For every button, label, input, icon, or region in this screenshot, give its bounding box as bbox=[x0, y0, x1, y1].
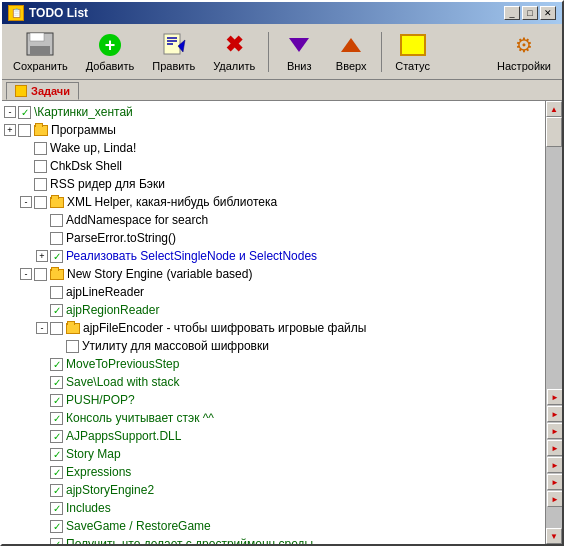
tree-checkbox[interactable]: ✓ bbox=[50, 484, 63, 497]
tree-item[interactable]: ✓ajpRegionReader bbox=[2, 301, 545, 319]
toolbar: Сохранить + Добавить Править ✖ bbox=[2, 24, 562, 80]
tree-checkbox[interactable] bbox=[50, 286, 63, 299]
tree-item[interactable]: ajpLineReader bbox=[2, 283, 545, 301]
tree-item[interactable]: -ajpFileEncoder - чтобы шифровать игровы… bbox=[2, 319, 545, 337]
tree-item-text: AddNamespace for search bbox=[66, 213, 208, 227]
tab-label: Задачи bbox=[31, 85, 70, 97]
tree-expander[interactable]: - bbox=[20, 196, 32, 208]
titlebar-controls[interactable]: _ □ ✕ bbox=[504, 6, 556, 20]
settings-button[interactable]: ⚙ Настройки bbox=[490, 29, 558, 75]
delete-icon: ✖ bbox=[218, 32, 250, 58]
tree-item[interactable]: ✓Includes bbox=[2, 499, 545, 517]
tree-checkbox[interactable] bbox=[34, 160, 47, 173]
status-button[interactable]: Статус bbox=[388, 29, 437, 75]
tree-checkbox[interactable] bbox=[50, 214, 63, 227]
tree-checkbox[interactable]: ✓ bbox=[50, 466, 63, 479]
right-arrow-7[interactable]: ► bbox=[547, 491, 562, 507]
edit-button[interactable]: Править bbox=[145, 29, 202, 75]
move-down-button[interactable]: Вниз bbox=[275, 29, 323, 75]
delete-button[interactable]: ✖ Удалить bbox=[206, 29, 262, 75]
tree-item[interactable]: -XML Helper, какая-нибудь библиотека bbox=[2, 193, 545, 211]
tree-item[interactable]: ✓PUSH/POP? bbox=[2, 391, 545, 409]
right-arrow-5[interactable]: ► bbox=[547, 457, 562, 473]
tree-item-text: XML Helper, какая-нибудь библиотека bbox=[67, 195, 277, 209]
titlebar: 📋 TODO List _ □ ✕ bbox=[2, 2, 562, 24]
tree-checkbox[interactable]: ✓ bbox=[50, 520, 63, 533]
close-button[interactable]: ✕ bbox=[540, 6, 556, 20]
move-up-button[interactable]: Вверх bbox=[327, 29, 375, 75]
tree-item[interactable]: ✓Save\Load with stack bbox=[2, 373, 545, 391]
add-button[interactable]: + Добавить bbox=[79, 29, 142, 75]
tree-item-text: Утилиту для массовой шифровки bbox=[82, 339, 269, 353]
tree-checkbox[interactable] bbox=[18, 124, 31, 137]
tree-item-text: MoveToPreviousStep bbox=[66, 357, 179, 371]
tree-item[interactable]: ✓Консоль учитывает стэк ^^ bbox=[2, 409, 545, 427]
tree-item[interactable]: ParseError.toString() bbox=[2, 229, 545, 247]
tabbar: Задачи bbox=[2, 80, 562, 100]
settings-label: Настройки bbox=[497, 60, 551, 72]
tree-item[interactable]: ✓Получить что делает с дрострийменн сред… bbox=[2, 535, 545, 544]
right-arrow-6[interactable]: ► bbox=[547, 474, 562, 490]
tree-item[interactable]: ✓Story Map bbox=[2, 445, 545, 463]
save-label: Сохранить bbox=[13, 60, 68, 72]
window-title: TODO List bbox=[29, 6, 88, 20]
tree-checkbox[interactable]: ✓ bbox=[50, 250, 63, 263]
tab-icon bbox=[15, 85, 27, 97]
scroll-up-btn[interactable]: ▲ bbox=[546, 101, 562, 117]
tree-item-text: Story Map bbox=[66, 447, 121, 461]
tree-item[interactable]: AddNamespace for search bbox=[2, 211, 545, 229]
tree-item[interactable]: -✓\Картинки_хентай bbox=[2, 103, 545, 121]
tree-item[interactable]: ✓SaveGame / RestoreGame bbox=[2, 517, 545, 535]
tree-item[interactable]: Wake up, Linda! bbox=[2, 139, 545, 157]
maximize-button[interactable]: □ bbox=[522, 6, 538, 20]
right-arrow-4[interactable]: ► bbox=[547, 440, 562, 456]
right-panel: ▲ ► ► ► ► ► ► ► ▼ bbox=[546, 101, 562, 544]
tree-item[interactable]: ✓AJPappsSupport.DLL bbox=[2, 427, 545, 445]
tree-expander[interactable]: - bbox=[20, 268, 32, 280]
up-icon bbox=[335, 32, 367, 58]
tree-checkbox[interactable]: ✓ bbox=[50, 502, 63, 515]
tree-view[interactable]: -✓\Картинки_хентай+ПрограммыWake up, Lin… bbox=[2, 101, 546, 544]
tree-checkbox[interactable] bbox=[50, 322, 63, 335]
tree-checkbox[interactable]: ✓ bbox=[50, 358, 63, 371]
tree-expander[interactable]: - bbox=[4, 106, 16, 118]
tree-checkbox[interactable] bbox=[34, 178, 47, 191]
tree-expander[interactable]: + bbox=[36, 250, 48, 262]
tree-checkbox[interactable] bbox=[50, 232, 63, 245]
tree-item[interactable]: ✓Expressions bbox=[2, 463, 545, 481]
tree-item-text: PUSH/POP? bbox=[66, 393, 135, 407]
tree-checkbox[interactable]: ✓ bbox=[50, 430, 63, 443]
tree-expander[interactable]: - bbox=[36, 322, 48, 334]
tree-checkbox[interactable]: ✓ bbox=[50, 376, 63, 389]
save-button[interactable]: Сохранить bbox=[6, 29, 75, 75]
tree-checkbox[interactable]: ✓ bbox=[18, 106, 31, 119]
right-arrow-2[interactable]: ► bbox=[547, 406, 562, 422]
tab-tasks[interactable]: Задачи bbox=[6, 82, 79, 100]
tree-checkbox[interactable]: ✓ bbox=[50, 448, 63, 461]
tree-expander[interactable]: + bbox=[4, 124, 16, 136]
tree-checkbox[interactable]: ✓ bbox=[50, 304, 63, 317]
tree-item[interactable]: Утилиту для массовой шифровки bbox=[2, 337, 545, 355]
titlebar-left: 📋 TODO List bbox=[8, 5, 88, 21]
right-arrow-3[interactable]: ► bbox=[547, 423, 562, 439]
tree-checkbox[interactable]: ✓ bbox=[50, 412, 63, 425]
add-icon: + bbox=[94, 32, 126, 58]
tree-item[interactable]: ✓ajpStoryEngine2 bbox=[2, 481, 545, 499]
tree-item[interactable]: +✓Реализовать SelectSingleNode и SelectN… bbox=[2, 247, 545, 265]
right-arrow-1[interactable]: ► bbox=[547, 389, 562, 405]
tree-checkbox[interactable] bbox=[34, 142, 47, 155]
tree-item[interactable]: RSS ридер для Бэки bbox=[2, 175, 545, 193]
tree-checkbox[interactable] bbox=[34, 268, 47, 281]
tree-item[interactable]: +Программы bbox=[2, 121, 545, 139]
scroll-down-btn[interactable]: ▼ bbox=[546, 528, 562, 544]
tree-checkbox[interactable]: ✓ bbox=[50, 394, 63, 407]
tree-checkbox[interactable] bbox=[66, 340, 79, 353]
tree-item[interactable]: ChkDsk Shell bbox=[2, 157, 545, 175]
tree-checkbox[interactable] bbox=[34, 196, 47, 209]
tree-item[interactable]: ✓MoveToPreviousStep bbox=[2, 355, 545, 373]
main-window: 📋 TODO List _ □ ✕ Сохранить + Добав bbox=[0, 0, 564, 546]
tree-checkbox[interactable]: ✓ bbox=[50, 538, 63, 545]
edit-icon bbox=[158, 32, 190, 58]
minimize-button[interactable]: _ bbox=[504, 6, 520, 20]
tree-item[interactable]: -New Story Engine (variable based) bbox=[2, 265, 545, 283]
